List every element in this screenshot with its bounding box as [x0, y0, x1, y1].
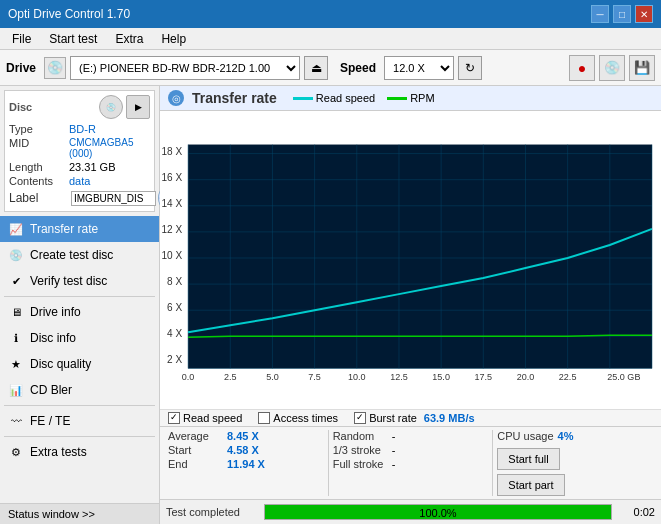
stats-bar: Average 8.45 X Start 4.58 X End 11.94 X … [160, 426, 661, 499]
legend-rpm: RPM [387, 92, 434, 104]
stats-stroke13-value: - [392, 444, 437, 456]
nav-item-extra-tests[interactable]: ⚙ Extra tests [0, 439, 159, 465]
stats-cpu-label: CPU usage [497, 430, 553, 442]
progress-time: 0:02 [620, 506, 655, 518]
disc-type-row: Type BD-R [9, 123, 150, 135]
stats-random-label: Random [333, 430, 388, 442]
disc-mid-label: MID [9, 137, 69, 159]
disc-length-row: Length 23.31 GB [9, 161, 150, 173]
speed-select[interactable]: 12.0 X [384, 56, 454, 80]
drive-select[interactable]: (E:) PIONEER BD-RW BDR-212D 1.00 [70, 56, 300, 80]
nav-label-fe-te: FE / TE [30, 414, 70, 428]
stats-stroke13-row: 1/3 stroke - [333, 444, 489, 456]
stats-fullstroke-row: Full stroke - [333, 458, 489, 470]
disc-type-label: Type [9, 123, 69, 135]
read-speed-checkbox-item[interactable]: Read speed [168, 412, 242, 424]
window-controls: ─ □ ✕ [591, 5, 653, 23]
minimize-button[interactable]: ─ [591, 5, 609, 23]
burst-rate-checkbox-item[interactable]: Burst rate 63.9 MB/s [354, 412, 474, 424]
legend-read-speed-label: Read speed [316, 92, 375, 104]
menu-extra[interactable]: Extra [107, 30, 151, 48]
disc-button2[interactable]: 💿 [599, 55, 625, 81]
stats-average-row: Average 8.45 X [168, 430, 324, 442]
progress-area: Test completed 100.0% 0:02 [160, 499, 661, 524]
stats-divider-2 [492, 430, 493, 496]
stats-fullstroke-value: - [392, 458, 437, 470]
read-speed-checkbox[interactable] [168, 412, 180, 424]
menu-start-test[interactable]: Start test [41, 30, 105, 48]
legend-rpm-label: RPM [410, 92, 434, 104]
eject-button[interactable]: ⏏ [304, 56, 328, 80]
titlebar: Opti Drive Control 1.70 ─ □ ✕ [0, 0, 661, 28]
menu-file[interactable]: File [4, 30, 39, 48]
nav-item-create-test-disc[interactable]: 💿 Create test disc [0, 242, 159, 268]
drive-icon: 💿 [44, 57, 66, 79]
nav-label-verify-test-disc: Verify test disc [30, 274, 107, 288]
disc-length-label: Length [9, 161, 69, 173]
nav-item-transfer-rate[interactable]: 📈 Transfer rate [0, 216, 159, 242]
main-content: Disc 💿 ▶ Type BD-R MID CMCMAGBA5 (000) L… [0, 86, 661, 524]
stats-end-label: End [168, 458, 223, 470]
close-button[interactable]: ✕ [635, 5, 653, 23]
disc-button1[interactable]: ● [569, 55, 595, 81]
svg-text:16 X: 16 X [161, 172, 182, 183]
nav-label-transfer-rate: Transfer rate [30, 222, 98, 236]
access-times-checkbox-label: Access times [273, 412, 338, 424]
nav-list: 📈 Transfer rate 💿 Create test disc ✔ Ver… [0, 216, 159, 503]
nav-label-drive-info: Drive info [30, 305, 81, 319]
access-times-checkbox[interactable] [258, 412, 270, 424]
menubar: File Start test Extra Help [0, 28, 661, 50]
stats-random-row: Random - [333, 430, 489, 442]
stats-col-2: Random - 1/3 stroke - Full stroke - [333, 430, 489, 496]
stats-stroke13-label: 1/3 stroke [333, 444, 388, 456]
stats-start-row: Start 4.58 X [168, 444, 324, 456]
svg-text:4 X: 4 X [167, 328, 182, 339]
progress-pct: 100.0% [265, 505, 611, 521]
burst-rate-value: 63.9 MB/s [424, 412, 475, 424]
nav-item-verify-test-disc[interactable]: ✔ Verify test disc [0, 268, 159, 294]
nav-item-drive-info[interactable]: 🖥 Drive info [0, 299, 159, 325]
status-window-button[interactable]: Status window >> [0, 503, 159, 524]
stats-divider-1 [328, 430, 329, 496]
chart-title: Transfer rate [192, 90, 277, 106]
disc-length-value: 23.31 GB [69, 161, 115, 173]
svg-text:20.0: 20.0 [517, 372, 535, 382]
checkbox-row: Read speed Access times Burst rate 63.9 … [160, 409, 661, 426]
start-part-button[interactable]: Start part [497, 474, 564, 496]
nav-item-disc-info[interactable]: ℹ Disc info [0, 325, 159, 351]
stats-end-value: 11.94 X [227, 458, 272, 470]
sidebar: Disc 💿 ▶ Type BD-R MID CMCMAGBA5 (000) L… [0, 86, 160, 524]
menu-help[interactable]: Help [153, 30, 194, 48]
disc-arrow[interactable]: ▶ [126, 95, 150, 119]
nav-label-disc-quality: Disc quality [30, 357, 91, 371]
legend-read-speed: Read speed [293, 92, 375, 104]
start-full-button[interactable]: Start full [497, 448, 559, 470]
svg-text:25.0 GB: 25.0 GB [607, 372, 640, 382]
drive-info-icon: 🖥 [8, 304, 24, 320]
svg-text:7.5: 7.5 [308, 372, 321, 382]
nav-item-disc-quality[interactable]: ★ Disc quality [0, 351, 159, 377]
chart-title-icon: ◎ [168, 90, 184, 106]
refresh-button[interactable]: ↻ [458, 56, 482, 80]
access-times-checkbox-item[interactable]: Access times [258, 412, 338, 424]
disc-label-input[interactable] [71, 191, 156, 206]
maximize-button[interactable]: □ [613, 5, 631, 23]
stats-end-row: End 11.94 X [168, 458, 324, 470]
save-button[interactable]: 💾 [629, 55, 655, 81]
svg-text:10.0: 10.0 [348, 372, 366, 382]
svg-text:2.5: 2.5 [224, 372, 237, 382]
svg-rect-9 [188, 145, 652, 369]
nav-item-cd-bler[interactable]: 📊 CD Bler [0, 377, 159, 403]
disc-mid-value: CMCMAGBA5 (000) [69, 137, 150, 159]
burst-rate-checkbox[interactable] [354, 412, 366, 424]
progress-label: Test completed [166, 506, 256, 518]
nav-label-disc-info: Disc info [30, 331, 76, 345]
transfer-rate-icon: 📈 [8, 221, 24, 237]
disc-contents-label: Contents [9, 175, 69, 187]
nav-item-fe-te[interactable]: 〰 FE / TE [0, 408, 159, 434]
svg-text:0.0: 0.0 [182, 372, 195, 382]
nav-sep3 [4, 436, 155, 437]
stats-start-part-row: Start part [497, 474, 653, 496]
stats-fullstroke-label: Full stroke [333, 458, 388, 470]
svg-text:10 X: 10 X [161, 250, 182, 261]
